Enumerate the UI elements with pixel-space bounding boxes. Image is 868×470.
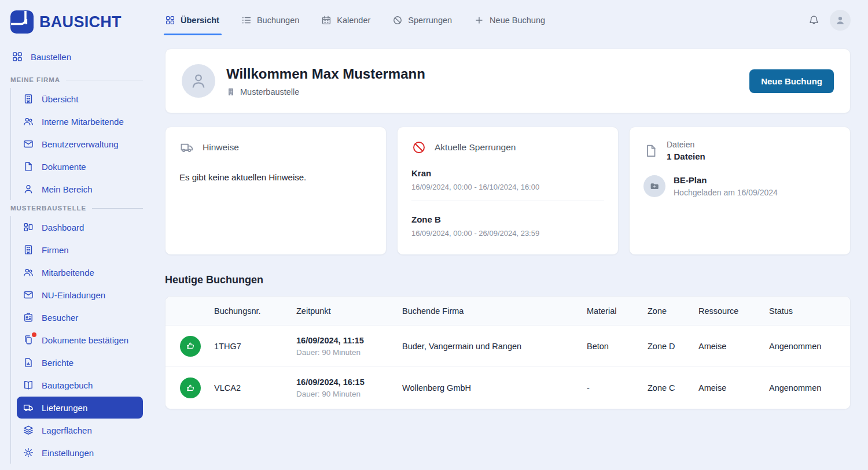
tab-label: Übersicht <box>181 16 219 25</box>
tab-label: Neue Buchung <box>490 16 545 25</box>
booking-time-cell: 16/09/2024, 11:15 Dauer: 90 Minuten <box>296 336 402 357</box>
file-count: 1 Dateien <box>667 151 705 161</box>
bell-icon <box>807 14 821 27</box>
column-header: Zeitpunkt <box>296 306 402 316</box>
sidebar-item-firmen[interactable]: Firmen <box>17 239 143 261</box>
booking-company: Buder, Vangermain und Rangen <box>402 342 587 351</box>
sperrung-name: Zone B <box>411 214 604 224</box>
file-uploaded-date: Hochgeladen am 16/09/2024 <box>674 188 778 197</box>
tab-kalender[interactable]: Kalender <box>321 0 370 40</box>
sidebar-item-label: Mein Bereich <box>42 184 93 194</box>
bookings-table: Buchungsnr. Zeitpunkt Buchende Firma Mat… <box>165 296 851 409</box>
user-menu-button[interactable] <box>830 10 851 31</box>
table-row[interactable]: 1THG7 16/09/2024, 11:15 Dauer: 90 Minute… <box>165 325 850 367</box>
sidebar-item-label: NU-Einladungen <box>42 290 105 300</box>
sperrung-name: Kran <box>411 168 604 178</box>
divider <box>411 201 604 201</box>
column-header: Ressource <box>698 306 769 316</box>
plus-icon <box>474 15 484 25</box>
tab-sperrungen[interactable]: Sperrungen <box>392 0 452 40</box>
tab-label: Buchungen <box>257 16 299 25</box>
sperrungen-card-header: Aktuelle Sperrungen <box>411 140 604 155</box>
sidebar-item-uebersicht[interactable]: Übersicht <box>17 88 143 110</box>
sidebar-item-dokumente-bestaetigen[interactable]: Dokumente bestätigen <box>17 329 143 351</box>
sidebar-item-dashboard[interactable]: Dashboard <box>17 216 143 238</box>
sidebar-section-musterbaustelle: MUSTERBAUSTELLE <box>10 205 143 212</box>
brand-name: BAUSICHT <box>39 13 122 31</box>
notifications-button[interactable] <box>807 14 821 27</box>
tab-neue-buchung[interactable]: Neue Buchung <box>474 0 545 40</box>
booking-material: - <box>587 383 648 393</box>
bookings-section-title: Heutige Buchungen <box>165 274 851 286</box>
column-header: Buchende Firma <box>402 306 587 316</box>
sidebar-group-musterbaustelle: Dashboard Firmen Mitarbeitende NU-Einlad… <box>10 216 143 464</box>
book-icon <box>23 379 34 391</box>
app-window: BAUSICHT Baustellen MEINE FIRMA Übersich… <box>0 0 868 470</box>
info-cards-row: Hinweise Es gibt keine aktuellen Hinweis… <box>165 127 851 255</box>
status-cell <box>165 378 214 398</box>
copy-icon-with-badge <box>23 334 34 346</box>
sidebar-item-besucher[interactable]: Besucher <box>17 306 143 328</box>
welcome-card: Willkommen Max Mustermann Musterbaustell… <box>165 49 851 113</box>
sperrung-item: Zone B 16/09/2024, 00:00 - 26/09/2024, 2… <box>411 214 604 238</box>
table-header-row: Buchungsnr. Zeitpunkt Buchende Firma Mat… <box>165 297 850 325</box>
brand-logo[interactable]: BAUSICHT <box>10 8 143 47</box>
sidebar-item-label: Benutzerverwaltung <box>42 139 119 149</box>
sidebar-item-berichte[interactable]: Berichte <box>17 351 143 373</box>
id-badge-icon <box>23 312 34 323</box>
sidebar-item-lagerflaechen[interactable]: Lagerflächen <box>17 419 143 441</box>
file-icon <box>23 161 34 172</box>
sidebar-item-nu-einladungen[interactable]: NU-Einladungen <box>17 284 143 306</box>
tab-label: Kalender <box>337 16 370 25</box>
bausicht-logo-icon <box>10 10 34 34</box>
grid-icon <box>165 15 175 25</box>
booking-company: Wollenberg GmbH <box>402 383 587 393</box>
hinweise-empty-text: Es gibt keine aktuellen Hinweise. <box>179 172 372 182</box>
tab-uebersicht[interactable]: Übersicht <box>165 0 219 40</box>
sperrung-period: 16/09/2024, 00:00 - 16/10/2024, 16:00 <box>411 183 604 191</box>
sidebar-item-dokumente[interactable]: Dokumente <box>17 156 143 177</box>
users-icon <box>23 116 34 127</box>
table-row[interactable]: VLCA2 16/09/2024, 16:15 Dauer: 90 Minute… <box>165 367 850 409</box>
file-info: BE-Plan Hochgeladen am 16/09/2024 <box>674 175 778 197</box>
list-icon <box>241 15 252 25</box>
top-tabs: Übersicht Buchungen Kalender Sperrungen … <box>165 0 545 40</box>
mail-icon <box>23 138 34 150</box>
avatar <box>182 64 215 98</box>
card-title: Dateien <box>667 140 705 149</box>
booking-zone: Zone D <box>648 342 698 351</box>
building-icon <box>23 244 34 256</box>
neue-buchung-button[interactable]: Neue Buchung <box>749 69 834 93</box>
sidebar-item-mitarbeitende[interactable]: Mitarbeitende <box>17 261 143 283</box>
sidebar: BAUSICHT Baustellen MEINE FIRMA Übersich… <box>0 0 153 470</box>
sidebar-item-benutzerverwaltung[interactable]: Benutzerverwaltung <box>17 133 143 155</box>
sidebar-item-einstellungen[interactable]: Einstellungen <box>17 442 143 464</box>
site-name: Musterbaustelle <box>240 87 299 97</box>
sidebar-item-label: Übersicht <box>42 94 78 104</box>
site-subtitle: Musterbaustelle <box>226 87 425 97</box>
page-title: Willkommen Max Mustermann <box>226 66 425 82</box>
thumbs-up-icon <box>180 378 201 398</box>
main-area: Übersicht Buchungen Kalender Sperrungen … <box>153 0 868 470</box>
sidebar-item-baustellen[interactable]: Baustellen <box>10 47 143 72</box>
sidebar-item-label: Mitarbeitende <box>42 268 94 277</box>
sidebar-item-mein-bereich[interactable]: Mein Bereich <box>17 178 143 200</box>
layers-icon <box>23 424 34 436</box>
sidebar-item-interne-mitarbeitende[interactable]: Interne Mitarbeitende <box>17 110 143 132</box>
sperrungen-card: Aktuelle Sperrungen Kran 16/09/2024, 00:… <box>397 127 619 255</box>
column-header: Material <box>587 306 648 316</box>
booking-resource: Ameise <box>698 383 769 393</box>
dateien-header-text: Dateien 1 Dateien <box>667 140 705 161</box>
tab-buchungen[interactable]: Buchungen <box>241 0 299 40</box>
sidebar-item-label: Bautagebuch <box>42 380 93 390</box>
sidebar-item-lieferungen[interactable]: Lieferungen <box>17 397 143 419</box>
sidebar-item-label: Firmen <box>42 245 69 255</box>
sidebar-item-bautagebuch[interactable]: Bautagebuch <box>17 374 143 396</box>
dateien-card-header: Dateien 1 Dateien <box>643 140 836 161</box>
file-list-item[interactable]: BE-Plan Hochgeladen am 16/09/2024 <box>643 175 836 197</box>
sperrung-item: Kran 16/09/2024, 00:00 - 16/10/2024, 16:… <box>411 168 604 191</box>
card-title: Hinweise <box>203 142 239 153</box>
sidebar-item-label: Einstellungen <box>42 448 94 458</box>
truck-icon <box>179 140 194 155</box>
avatar-icon <box>834 14 847 27</box>
